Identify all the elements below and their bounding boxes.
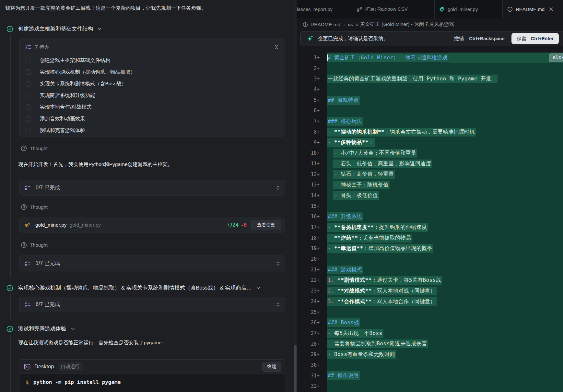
code-line[interactable]: 31+## 操作说明 [297,371,563,381]
code-line[interactable]: 9+- **多种物品**： [297,137,563,148]
todo-list-header[interactable]: 7 待办 [25,43,280,51]
line-number[interactable]: 4+ [297,84,320,95]
line-number[interactable]: 25+ [297,307,320,318]
line-content[interactable]: ### 核心玩法 [327,116,563,127]
chat-scrollbar-thumb[interactable] [294,345,297,392]
todo-checkbox[interactable] [26,93,31,98]
line-number[interactable]: 9+ [297,137,320,148]
code-line[interactable]: 19+- **幸运值**：增加高价值物品出现的概率 [297,243,563,254]
code-line[interactable]: 30+ [297,360,563,371]
progress-card-0[interactable]: 0/7 已完成 [19,180,285,196]
expand-stepper-icon[interactable] [276,302,280,307]
code-line[interactable]: 24+3. **合作模式**：双人本地合作（同键盘） [297,296,563,307]
code-line[interactable]: 18+- **炸药**：丢弃当前抓取的物品 [297,233,563,244]
code-line[interactable]: 23+2. **对战模式**：双人本地对战（同键盘） [297,286,563,296]
todo-checkbox[interactable] [26,81,31,87]
line-content[interactable]: - 神秘盒子：随机价值 [327,180,563,190]
todo-item[interactable]: 创建游戏主框架和基础文件结构 [25,54,280,66]
code-line[interactable]: 8+- **摆动的钩爪机制**：钩爪会左右摆动，需要精准把握时机 [297,127,563,137]
file-change-card[interactable]: gold_miner.py gold_miner.py +724 -0 查看变更 [19,218,285,232]
line-number[interactable]: 8+ [297,127,320,137]
code-line[interactable]: 29+- Boss有血量条和无敌时间 [297,349,563,360]
line-content[interactable] [327,63,563,74]
line-content[interactable]: 2. **对战模式**：双人本地对战（同键盘） [327,286,563,296]
code-line[interactable]: 14+ - 骨头：极低价值 [297,190,563,201]
line-number[interactable]: 23+ [297,286,320,296]
line-content[interactable]: - **卷扬机速度**：提升钩爪的伸缩速度 [327,222,563,233]
line-content[interactable]: - **多种物品**： [327,137,563,148]
line-content[interactable]: ### 游戏模式 [327,265,563,275]
undo-button[interactable]: 撤销 [454,35,464,42]
code-line[interactable]: 21+### 游戏模式 [297,265,563,275]
line-number[interactable]: 31+ [297,371,320,381]
code-line[interactable]: 26+### Boss战 [297,317,563,328]
line-number[interactable]: 24+ [297,296,320,307]
tab--rainbow-csv[interactable]: 扩展: Rainbow CSV [352,0,435,18]
code-line[interactable]: 20+ [297,254,563,265]
line-number[interactable]: 32+ [297,381,320,392]
line-number[interactable]: 3+ [297,74,320,84]
code-line[interactable]: 3+一款经典的黄金矿工游戏的重制版，使用 Python 和 Pygame 开发。 [297,74,563,84]
tab-readme.md[interactable]: README.md [503,0,563,18]
expand-stepper-icon[interactable] [276,261,280,266]
line-number[interactable]: 19+ [297,243,320,254]
expand-stepper-icon[interactable] [276,185,280,190]
code-editor[interactable]: 1+# 黄金矿工（Gold Miner）- 休闲卡通风格游戏Alt+2+3+一款… [297,53,563,392]
task-section-2-header[interactable]: 实现核心游戏机制（摆动钩爪、物品抓取） & 实现关卡系统和剧情模式（含Boss战… [0,284,285,292]
line-content[interactable]: - **炸药**：丢弃当前抓取的物品 [327,233,563,244]
line-number[interactable]: 30+ [297,360,320,371]
line-content[interactable]: ## 操作说明 [327,371,563,381]
code-line[interactable]: 1+# 黄金矿工（Gold Miner）- 休闲卡通风格游戏Alt+ [297,53,563,63]
line-content[interactable] [327,105,563,116]
code-line[interactable]: 2+ [297,63,563,74]
close-icon[interactable] [549,7,553,11]
line-content[interactable]: - 骨头：极低价值 [327,190,563,201]
line-number[interactable]: 7+ [297,116,320,127]
line-number[interactable]: 14+ [297,190,320,201]
line-content[interactable] [327,254,563,265]
line-content[interactable]: - 小/中/大黄金：不同价值和重量 [327,148,563,159]
line-content[interactable]: # 黄金矿工（Gold Miner）- 休闲卡通风格游戏Alt+ [327,53,563,63]
todo-item[interactable]: 添加音效和动画效果 [25,113,280,125]
line-number[interactable]: 15+ [297,201,320,212]
todo-checkbox[interactable] [26,58,31,63]
line-number[interactable]: 26+ [297,317,320,328]
code-line[interactable]: 6+ [297,105,563,116]
code-line[interactable]: 32+ [297,381,563,392]
line-number[interactable]: 1+ [297,53,320,63]
code-line[interactable]: 10+ - 小/中/大黄金：不同价值和重量 [297,148,563,159]
code-line[interactable]: 16+### 升级系统 [297,211,563,222]
code-line[interactable]: 5+## 游戏特点 [297,95,563,106]
line-content[interactable]: ### 升级系统 [327,211,563,222]
line-content[interactable]: - 每5关出现一个Boss [327,328,563,339]
line-content[interactable]: - **幸运值**：增加高价值物品出现的概率 [327,243,563,254]
todo-checkbox[interactable] [26,69,31,75]
line-content[interactable]: 3. **合作模式**：双人本地合作（同键盘） [327,296,563,307]
todo-item[interactable]: 实现核心游戏机制（摆动钩爪、物品抓取） [25,66,280,78]
todo-item[interactable]: 实现商店系统和升级功能 [25,89,280,101]
progress-card-6[interactable]: 6/7 已完成 [19,297,285,312]
panel-resize-sash[interactable] [294,0,297,392]
line-content[interactable]: 1. **剧情模式**：通过关卡，每5关有Boss战 [327,275,563,286]
line-number[interactable]: 20+ [297,254,320,265]
code-line[interactable]: 17+- **卷扬机速度**：提升钩爪的伸缩速度 [297,222,563,233]
todo-item[interactable]: 测试和完善游戏体验 [25,125,280,136]
thought-row[interactable]: Thought [21,203,48,211]
line-content[interactable] [327,360,563,371]
line-number[interactable]: 11+ [297,159,320,169]
code-line[interactable]: 22+1. **剧情模式**：通过关卡，每5关有Boss战 [297,275,563,286]
line-content[interactable]: - **摆动的钩爪机制**：钩爪会左右摆动，需要精准把握时机 [327,127,563,137]
code-line[interactable]: 25+ [297,307,563,318]
tab-lasses_report.py[interactable]: lasses_report.py [297,0,352,18]
tab-gold_miner.py[interactable]: gold_miner.py [435,0,503,18]
line-content[interactable] [327,381,563,392]
terminal-body[interactable]: $ python -m pip install pygame [19,374,285,385]
keep-button[interactable]: 保留 Ctrl+Enter [511,33,559,44]
collapse-icon[interactable] [274,44,279,50]
line-content[interactable]: - Boss有血量条和无敌时间 [327,349,563,360]
code-line[interactable]: 13+ - 神秘盒子：随机价值 [297,180,563,190]
line-number[interactable]: 6+ [297,105,320,116]
code-line[interactable]: 4+ [297,84,563,95]
progress-card-1[interactable]: 1/7 已完成 [19,255,285,271]
line-number[interactable]: 5+ [297,95,320,106]
